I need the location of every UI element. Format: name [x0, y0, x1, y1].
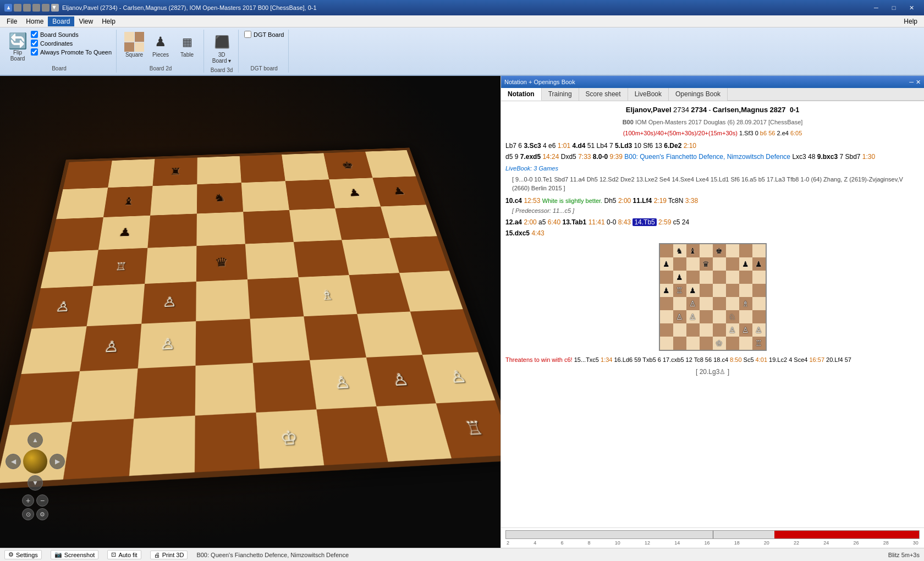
settings-view-button[interactable]: ⚙: [36, 508, 48, 520]
rotate-sphere[interactable]: [23, 449, 47, 474]
rotate-left-button[interactable]: ◀: [6, 454, 21, 469]
sq-d8[interactable]: [197, 156, 241, 184]
sq-d2[interactable]: [195, 363, 256, 416]
minimize-button[interactable]: ─: [868, 1, 884, 14]
sq-f8[interactable]: [282, 153, 329, 181]
rotate-up-button[interactable]: ▲: [28, 432, 43, 448]
notation-close[interactable]: ✕: [916, 79, 921, 86]
sq-c2[interactable]: [134, 366, 195, 419]
tab-openings[interactable]: Openings Book: [669, 88, 728, 101]
always-promote-checkbox[interactable]: Always Promote To Queen: [31, 48, 112, 56]
sq-h4[interactable]: [399, 271, 463, 311]
sq-c1[interactable]: [129, 416, 195, 476]
notation-content[interactable]: Eljanov,Pavel 2734 2734 - Carlsen,Magnus…: [501, 101, 924, 527]
table-button[interactable]: ▦ Table: [175, 31, 199, 59]
sq-a7[interactable]: [56, 188, 108, 219]
autofit-button[interactable]: ⊡ Auto fit: [107, 550, 141, 559]
sq-f6[interactable]: [289, 208, 342, 242]
sq-e2[interactable]: [253, 360, 317, 413]
sq-f3[interactable]: [304, 314, 366, 360]
settings-button[interactable]: ⚙ Settings: [4, 550, 42, 559]
reset-view-button[interactable]: ⊙: [22, 508, 34, 520]
sq-c7[interactable]: [150, 184, 197, 216]
sq-d5[interactable]: ♛: [196, 244, 248, 282]
help-link[interactable]: Help: [899, 16, 922, 26]
sq-e1[interactable]: ♔: [256, 409, 324, 469]
board-area[interactable]: ♜ ♚ ♝ ♞: [0, 76, 501, 548]
sq-b2[interactable]: [72, 369, 138, 422]
sq-f5[interactable]: [294, 240, 349, 277]
chess-3d-board[interactable]: ♜ ♚ ♝ ♞: [0, 147, 501, 489]
tab-notation[interactable]: Notation: [501, 88, 542, 101]
sq-b6[interactable]: ♟: [98, 216, 150, 250]
menu-help[interactable]: Help: [97, 16, 120, 26]
sq-g1[interactable]: [376, 403, 451, 461]
zoom-out-button[interactable]: −: [36, 494, 48, 507]
rotate-right-button[interactable]: ▶: [50, 454, 65, 469]
sq-h8[interactable]: [365, 150, 416, 178]
sq-c4[interactable]: ♙: [141, 282, 196, 324]
sq-h3[interactable]: [410, 309, 478, 355]
sq-a3[interactable]: [21, 326, 87, 374]
sq-f7[interactable]: [285, 179, 336, 210]
sq-g2[interactable]: ♙: [366, 355, 436, 406]
menu-home[interactable]: Home: [21, 16, 48, 26]
menu-file[interactable]: File: [2, 16, 21, 26]
board-sounds-checkbox[interactable]: Board Sounds: [31, 31, 112, 38]
sq-d1[interactable]: [195, 413, 260, 472]
sq-h5[interactable]: [389, 236, 449, 273]
maximize-button[interactable]: □: [886, 1, 902, 14]
sq-c3[interactable]: ♙: [138, 321, 196, 369]
sq-e8[interactable]: [240, 155, 285, 183]
menu-view[interactable]: View: [74, 16, 97, 26]
sq-g3[interactable]: [357, 311, 422, 357]
pieces-button[interactable]: ♟ Pieces: [148, 31, 173, 59]
zoom-in-button[interactable]: +: [22, 494, 34, 507]
notation-minimize[interactable]: ─: [909, 79, 914, 86]
sq-e7[interactable]: [241, 181, 289, 212]
sq-b1[interactable]: [63, 419, 134, 479]
tab-training[interactable]: Training: [542, 88, 579, 101]
sq-b4[interactable]: [87, 284, 145, 326]
sq-e5[interactable]: [245, 242, 299, 279]
sq-h7[interactable]: ♟: [372, 176, 426, 206]
board3d-button[interactable]: ⬛ 3D Board ▾: [210, 31, 234, 65]
coordinates-checkbox[interactable]: Coordinates: [31, 40, 112, 47]
rotate-down-button[interactable]: ▼: [28, 475, 43, 491]
sq-h2[interactable]: ♙: [422, 352, 495, 403]
sq-e3[interactable]: [250, 316, 310, 363]
sq-a4[interactable]: ♙: [31, 286, 93, 329]
sq-b8[interactable]: [108, 159, 155, 188]
tab-scoresheet[interactable]: Score sheet: [579, 88, 628, 101]
close-button[interactable]: ✕: [903, 1, 920, 14]
dgt-checkbox[interactable]: DGT Board: [244, 31, 284, 38]
sq-e4[interactable]: [248, 277, 304, 319]
sq-g6[interactable]: [335, 206, 389, 240]
sq-f4[interactable]: ♗: [299, 275, 358, 316]
sq-h1[interactable]: ♖: [436, 400, 501, 458]
sq-c5[interactable]: [145, 246, 196, 284]
sq-a5[interactable]: [41, 250, 98, 288]
sq-e6[interactable]: [243, 210, 294, 244]
sq-h6[interactable]: [381, 205, 437, 238]
sq-d6[interactable]: [196, 212, 245, 246]
menu-board[interactable]: Board: [48, 16, 74, 26]
sq-b7[interactable]: ♝: [103, 186, 153, 217]
tab-livebook[interactable]: LiveBook: [628, 88, 669, 101]
sq-g8[interactable]: ♚: [323, 152, 372, 180]
sq-f2[interactable]: ♙: [310, 358, 376, 410]
sq-a6[interactable]: [49, 217, 103, 252]
sq-a2[interactable]: [10, 371, 80, 425]
sq-a8[interactable]: [63, 161, 112, 189]
sq-d7[interactable]: ♞: [197, 183, 243, 213]
sq-d3[interactable]: [196, 319, 253, 366]
sq-f1[interactable]: [316, 406, 388, 465]
screenshot-button[interactable]: 📷 Screenshot: [51, 550, 99, 559]
sq-g7[interactable]: ♟: [329, 178, 381, 208]
square-button[interactable]: Square: [122, 31, 146, 59]
print3d-button[interactable]: 🖨 Print 3D: [150, 551, 188, 559]
flip-board-button[interactable]: 🔄 Flip Board: [7, 31, 29, 63]
sq-d4[interactable]: [196, 279, 250, 321]
sq-b5[interactable]: ♖: [93, 248, 148, 286]
sq-b3[interactable]: ♙: [80, 324, 141, 371]
